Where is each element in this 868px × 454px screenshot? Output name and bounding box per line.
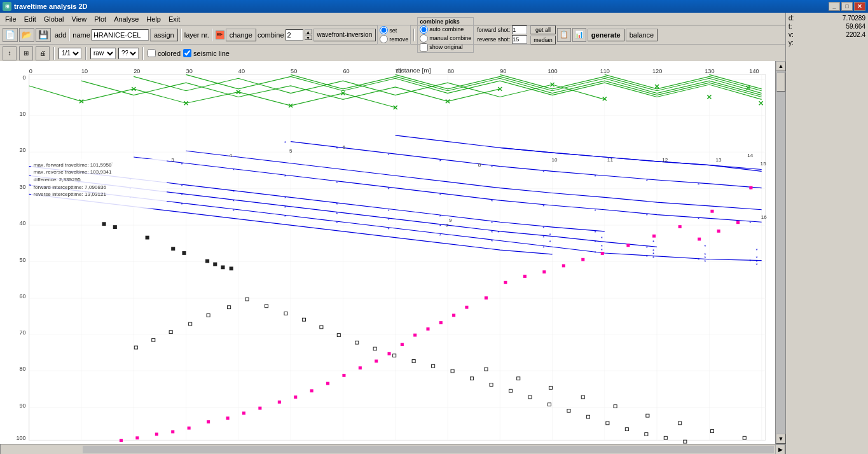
vscroll-thumb[interactable] (776, 72, 785, 92)
svg-text:70: 70 (19, 329, 25, 336)
svg-text:*: * (491, 239, 493, 245)
combine-spinners[interactable]: ▲ ▼ (305, 29, 312, 40)
combine-picks-group: combine picks auto combine manual combin… (417, 17, 474, 53)
change-icon: ✏ (216, 31, 224, 39)
minimize-button[interactable]: _ (829, 2, 840, 11)
tb2-btn1[interactable]: ↕ (3, 46, 17, 60)
svg-text:40: 40 (19, 220, 25, 226)
menu-exit[interactable]: Exit (165, 14, 184, 24)
menu-analyse[interactable]: Analyse (110, 14, 142, 24)
balance-button[interactable]: balance (626, 29, 658, 41)
svg-text:*: * (336, 180, 338, 186)
svg-text:*: * (491, 220, 493, 226)
svg-rect-178 (465, 306, 468, 309)
statusbar (0, 444, 83, 454)
combine-picks-label: combine picks (420, 18, 471, 25)
svg-text:forward intercepttime: 7,09083: forward intercepttime: 7,090836 (34, 184, 107, 190)
svg-rect-170 (562, 265, 565, 268)
svg-text:*: * (491, 230, 493, 235)
wavefront-inversion-button[interactable]: wavefront-inversion (313, 29, 376, 41)
hscroll-track[interactable] (11, 446, 774, 453)
svg-text:*: * (652, 255, 654, 261)
placeholder-select[interactable]: ??t (118, 48, 139, 59)
remove-radio-label[interactable]: remove (380, 35, 408, 43)
svg-text:*: * (595, 240, 596, 245)
tb2-btn2[interactable]: ⊞ (19, 46, 33, 60)
colored-checkbox[interactable] (148, 49, 156, 57)
seismic-line-check-label[interactable]: seismic line (183, 49, 230, 57)
remove-radio[interactable] (380, 35, 388, 43)
maximize-button[interactable]: □ (841, 2, 853, 11)
median-button[interactable]: median (530, 36, 556, 45)
svg-rect-241 (113, 225, 117, 229)
close-button[interactable]: ✕ (854, 2, 865, 11)
svg-text:*: * (388, 217, 390, 223)
hscroll[interactable]: ◀ ▶ (0, 444, 785, 454)
seismic-line-checkbox[interactable] (183, 49, 191, 57)
svg-rect-180 (439, 321, 443, 324)
new-button[interactable]: 📄 (3, 28, 18, 42)
assign-button[interactable]: assign (150, 29, 178, 41)
svg-text:*: * (749, 258, 751, 264)
save-button[interactable]: 💾 (36, 28, 51, 42)
get-all-median-group: get all median (530, 25, 556, 45)
icon-btn1[interactable]: 📋 (557, 28, 571, 42)
svg-text:60: 60 (343, 69, 349, 75)
combine-input[interactable] (286, 29, 303, 41)
svg-text:10: 10 (19, 111, 25, 117)
show-original-checkbox[interactable] (420, 43, 428, 52)
icon-btn2[interactable]: 📊 (572, 28, 586, 42)
menu-edit[interactable]: Edit (20, 14, 40, 24)
separator1 (69, 29, 70, 41)
svg-rect-169 (581, 258, 584, 261)
svg-rect-200 (120, 439, 123, 442)
svg-text:0: 0 (23, 74, 26, 81)
separator4 (413, 29, 415, 41)
forward-shot-input[interactable] (512, 25, 527, 34)
tb2-sep2 (85, 47, 86, 60)
colored-check-label[interactable]: colored (148, 49, 181, 57)
menu-file[interactable]: File (1, 14, 20, 24)
reverse-shot-input[interactable] (512, 35, 527, 44)
manual-combine-label[interactable]: manual combine (420, 34, 471, 43)
hscroll-right[interactable]: ▶ (775, 444, 785, 455)
svg-rect-190 (294, 396, 297, 399)
svg-rect-248 (230, 266, 233, 270)
svg-text:7: 7 (446, 223, 449, 228)
scale-select[interactable]: 1/11/22/1 (59, 48, 81, 59)
titlebar-buttons[interactable]: _ □ ✕ (829, 2, 865, 11)
menu-view[interactable]: View (68, 14, 91, 24)
auto-combine-label[interactable]: auto combine (420, 25, 471, 34)
vscroll[interactable]: ▲ ▼ (775, 61, 785, 444)
svg-text:*: * (284, 174, 286, 179)
raw-select[interactable]: raw (90, 48, 116, 59)
tb2-btn3[interactable]: 🖨 (36, 46, 50, 60)
svg-text:*: * (646, 254, 648, 259)
svg-text:*: * (336, 211, 338, 217)
auto-combine-radio[interactable] (420, 25, 428, 34)
svg-text:*: * (542, 203, 544, 209)
menu-global[interactable]: Global (40, 14, 68, 24)
vscroll-down[interactable]: ▼ (776, 434, 786, 444)
svg-text:50: 50 (291, 69, 297, 75)
svg-rect-189 (310, 389, 313, 392)
set-radio-label[interactable]: set (380, 26, 408, 34)
svg-text:3: 3 (171, 157, 174, 163)
change-button[interactable]: change (226, 29, 256, 41)
generate-button[interactable]: generate (588, 29, 624, 41)
svg-text:*: * (233, 198, 235, 204)
get-all-button[interactable]: get all (530, 25, 556, 34)
vscroll-track[interactable] (776, 71, 785, 434)
vscroll-up[interactable]: ▲ (776, 61, 786, 71)
plot-svg[interactable]: time [ms] distance [m] 0 10 20 30 40 50 … (0, 61, 775, 444)
menu-plot[interactable]: Plot (90, 14, 110, 24)
manual-combine-radio[interactable] (420, 34, 428, 43)
svg-text:reverse intercepttime: 13,0312: reverse intercepttime: 13,03121 (34, 192, 107, 198)
show-original-label[interactable]: show original (420, 43, 471, 52)
svg-text:40: 40 (238, 69, 245, 75)
open-button[interactable]: 📂 (19, 28, 34, 42)
set-radio[interactable] (380, 26, 388, 34)
name-input[interactable] (92, 29, 149, 41)
menu-help[interactable]: Help (142, 14, 165, 24)
svg-text:*: * (646, 178, 648, 184)
